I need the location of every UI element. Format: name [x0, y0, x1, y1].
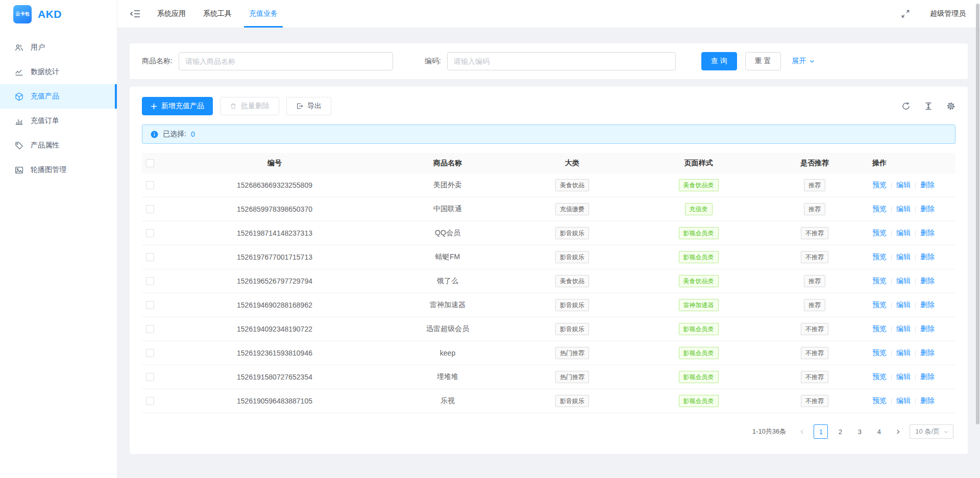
preview-link[interactable]: 预览 [872, 229, 887, 238]
edit-link[interactable]: 编辑 [896, 205, 911, 214]
delete-link[interactable]: 删除 [920, 253, 935, 262]
select-all-checkbox[interactable] [146, 159, 154, 167]
preview-link[interactable]: 预览 [872, 324, 887, 334]
header-product-name: 商品名称 [382, 159, 513, 168]
edit-link[interactable]: 编辑 [896, 396, 911, 406]
next-page-icon[interactable] [891, 424, 904, 439]
row-checkbox[interactable] [146, 205, 154, 213]
action-divider [915, 182, 916, 189]
sidebar-item-carousel[interactable]: 轮播图管理 [0, 158, 117, 182]
app-name: AKD [38, 8, 62, 20]
action-divider [891, 206, 892, 213]
row-checkbox[interactable] [146, 253, 154, 261]
row-product-name: 饿了么 [437, 276, 458, 286]
refresh-icon[interactable] [901, 102, 911, 111]
row-checkbox[interactable] [146, 373, 154, 381]
preview-link[interactable]: 预览 [872, 372, 887, 382]
sidebar-item-recharge-products[interactable]: 充值产品 [0, 84, 117, 109]
menu-fold-icon[interactable] [130, 8, 141, 19]
preview-link[interactable]: 预览 [872, 181, 887, 190]
reset-button[interactable]: 重 置 [745, 52, 781, 70]
batch-delete-button[interactable]: 批量删除 [220, 97, 279, 115]
tab-system-apps[interactable]: 系统应用 [157, 0, 186, 28]
row-checkbox[interactable] [146, 301, 154, 309]
preview-link[interactable]: 预览 [872, 276, 887, 286]
page-button-1[interactable]: 1 [814, 424, 828, 439]
sidebar-item-product-attributes[interactable]: 产品属性 [0, 133, 117, 158]
row-checkbox[interactable] [146, 181, 154, 189]
column-height-icon[interactable] [924, 102, 933, 111]
row-category-tag: 美食饮品 [555, 275, 589, 287]
delete-link[interactable]: 删除 [920, 396, 935, 406]
row-product-name: 蜻蜓FM [435, 253, 460, 262]
action-divider [891, 182, 892, 189]
row-page-style-tag: 充值类 [685, 203, 713, 215]
row-id: 1526863669323255809 [237, 181, 312, 189]
action-divider [891, 374, 892, 381]
preview-link[interactable]: 预览 [872, 396, 887, 406]
delete-link[interactable]: 删除 [920, 181, 935, 190]
expand-toggle[interactable]: 展开 [792, 57, 815, 66]
page-button-3[interactable]: 3 [852, 424, 867, 439]
preview-link[interactable]: 预览 [872, 205, 887, 214]
preview-link[interactable]: 预览 [872, 300, 887, 310]
page-button-4[interactable]: 4 [872, 424, 886, 439]
header-category: 大类 [513, 159, 631, 168]
edit-link[interactable]: 编辑 [896, 253, 911, 262]
delete-link[interactable]: 删除 [920, 300, 935, 310]
gear-icon[interactable] [946, 102, 955, 111]
user-name[interactable]: 超级管理员 [930, 9, 966, 18]
edit-link[interactable]: 编辑 [896, 181, 911, 190]
row-checkbox[interactable] [146, 397, 154, 405]
preview-link[interactable]: 预览 [872, 348, 887, 358]
row-checkbox[interactable] [146, 325, 154, 333]
export-button[interactable]: 导出 [286, 97, 331, 115]
query-button[interactable]: 查 询 [701, 52, 737, 70]
delete-link[interactable]: 删除 [920, 205, 935, 214]
edit-link[interactable]: 编辑 [896, 276, 911, 286]
tab-recharge-business[interactable]: 充值业务 [249, 0, 278, 28]
edit-link[interactable]: 编辑 [896, 324, 911, 334]
topbar: 系统应用 系统工具 充值业务 超级管理员 [117, 0, 980, 28]
sidebar-item-recharge-orders[interactable]: 充值订单 [0, 109, 117, 133]
product-name-input[interactable] [179, 52, 393, 70]
row-checkbox[interactable] [146, 229, 154, 237]
export-label: 导出 [307, 102, 322, 111]
sidebar-item-stats[interactable]: 数据统计 [0, 60, 117, 84]
tag-icon [15, 141, 23, 150]
expand-label: 展开 [792, 57, 806, 66]
logo: 云卡包 AKD [0, 0, 117, 28]
edit-link[interactable]: 编辑 [896, 372, 911, 382]
table-panel: 新增充值产品 批量删除 导出 [130, 87, 968, 454]
code-input[interactable] [447, 52, 676, 70]
add-product-button[interactable]: 新增充值产品 [142, 97, 213, 115]
product-name-label: 商品名称: [142, 57, 173, 66]
action-divider [891, 230, 892, 237]
action-divider [891, 254, 892, 261]
edit-link[interactable]: 编辑 [896, 229, 911, 238]
page-size-select[interactable]: 10 条/页 [910, 424, 953, 439]
delete-link[interactable]: 删除 [920, 229, 935, 238]
row-checkbox[interactable] [146, 277, 154, 285]
tab-system-tools[interactable]: 系统工具 [203, 0, 232, 28]
delete-link[interactable]: 删除 [920, 348, 935, 358]
info-icon [151, 131, 158, 138]
delete-link[interactable]: 删除 [920, 276, 935, 286]
preview-link[interactable]: 预览 [872, 253, 887, 262]
export-icon [296, 103, 303, 110]
scrollbar-thumb[interactable] [976, 4, 979, 424]
page-button-2[interactable]: 2 [833, 424, 847, 439]
edit-link[interactable]: 编辑 [896, 300, 911, 310]
prev-page-icon[interactable] [795, 424, 808, 439]
row-category-tag: 美食饮品 [555, 179, 589, 191]
row-product-name: 乐视 [440, 396, 455, 406]
sidebar-item-users[interactable]: 用户 [0, 35, 117, 60]
row-page-style-tag: 美食饮品类 [679, 275, 719, 287]
fullscreen-icon[interactable] [900, 9, 911, 19]
edit-link[interactable]: 编辑 [896, 348, 911, 358]
row-page-style-tag: 影视会员类 [679, 251, 719, 263]
header-page-style: 页面样式 [631, 159, 766, 168]
delete-link[interactable]: 删除 [920, 372, 935, 382]
row-checkbox[interactable] [146, 349, 154, 357]
delete-link[interactable]: 删除 [920, 324, 935, 334]
